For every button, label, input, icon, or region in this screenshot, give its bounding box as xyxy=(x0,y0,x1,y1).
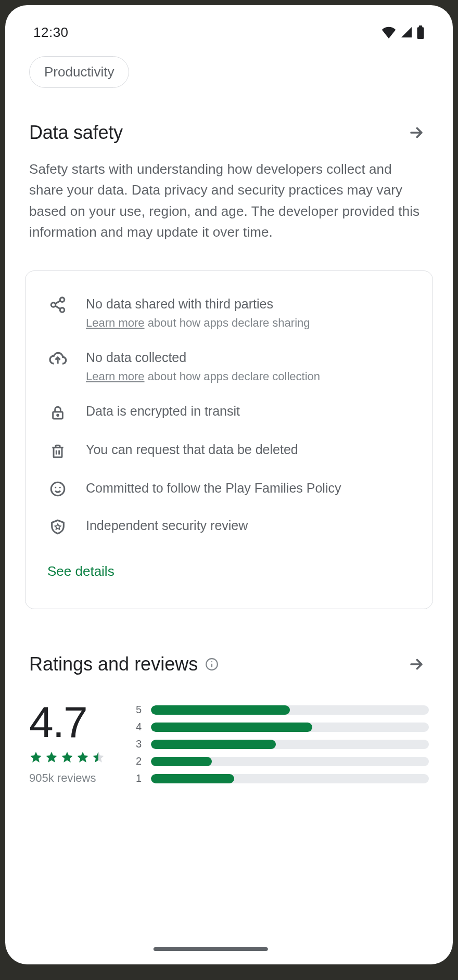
data-safety-row-families: Committed to follow the Play Families Po… xyxy=(47,479,411,498)
lock-icon xyxy=(47,402,68,422)
star-icon xyxy=(60,751,74,764)
device-button xyxy=(454,453,458,489)
bar-fill xyxy=(151,705,290,715)
learn-more-link[interactable]: Learn more xyxy=(86,370,145,383)
rating-bar-4: 4 xyxy=(133,721,429,733)
data-safety-row-text: You can request that data be deleted xyxy=(86,441,298,460)
data-safety-row-text: Independent security review xyxy=(86,517,248,536)
data-safety-row-subtext: Learn more about how apps declare collec… xyxy=(86,370,320,383)
star-icon xyxy=(45,751,58,764)
data-safety-title: Data safety xyxy=(29,122,123,144)
svg-point-9 xyxy=(51,482,65,496)
shield-star-icon xyxy=(47,517,68,536)
svg-point-11 xyxy=(59,487,61,488)
star-icon xyxy=(29,751,43,764)
bar-fill xyxy=(151,757,212,766)
star-half-icon xyxy=(92,751,105,764)
cell-signal-icon xyxy=(400,26,413,38)
data-safety-description: Safety starts with understanding how dev… xyxy=(24,145,434,242)
ratings-body: 4.7 905k reviews 5 4 xyxy=(29,702,429,785)
svg-point-8 xyxy=(57,415,59,416)
rating-bars: 5 4 3 2 1 xyxy=(133,702,429,784)
battery-icon xyxy=(416,25,425,39)
data-safety-header[interactable]: Data safety xyxy=(24,120,434,145)
rating-bar-2: 2 xyxy=(133,755,429,767)
rating-bar-5: 5 xyxy=(133,704,429,716)
arrow-right-icon[interactable] xyxy=(404,652,429,677)
svg-line-6 xyxy=(55,306,60,309)
data-safety-row-text: No data shared with third parties xyxy=(86,295,310,313)
data-safety-row-text: Data is encrypted in transit xyxy=(86,402,240,422)
data-safety-row-subtext: Learn more about how apps declare sharin… xyxy=(86,316,310,330)
svg-point-3 xyxy=(51,303,56,307)
svg-point-4 xyxy=(60,308,65,313)
ratings-title: Ratings and reviews xyxy=(29,653,198,675)
data-safety-row-security-review: Independent security review xyxy=(47,517,411,536)
svg-point-14 xyxy=(211,661,212,662)
svg-point-2 xyxy=(60,298,65,302)
info-icon[interactable] xyxy=(205,657,219,671)
chip-row: Productivity xyxy=(24,56,434,88)
device-button xyxy=(454,510,458,577)
see-details-button[interactable]: See details xyxy=(47,563,411,579)
bar-fill xyxy=(151,740,276,749)
svg-rect-1 xyxy=(419,25,423,28)
scroll-indicator xyxy=(154,947,268,951)
data-safety-card: No data shared with third parties Learn … xyxy=(25,270,433,609)
face-child-icon xyxy=(47,479,68,498)
wifi-icon xyxy=(381,26,397,38)
data-safety-row-text: Committed to follow the Play Families Po… xyxy=(86,479,341,498)
data-safety-row-sharing: No data shared with third parties Learn … xyxy=(47,295,411,330)
svg-line-5 xyxy=(55,301,60,304)
cloud-upload-icon xyxy=(47,349,68,383)
rating-bar-1: 1 xyxy=(133,772,429,784)
status-bar: 12:30 xyxy=(24,20,434,45)
star-icon xyxy=(76,751,90,764)
data-safety-row-deletion: You can request that data be deleted xyxy=(47,441,411,460)
arrow-right-icon[interactable] xyxy=(404,120,429,145)
data-safety-row-encryption: Data is encrypted in transit xyxy=(47,402,411,422)
category-chip-productivity[interactable]: Productivity xyxy=(29,56,129,88)
rating-stars xyxy=(29,751,105,764)
share-icon xyxy=(47,295,68,330)
data-safety-row-collection: No data collected Learn more about how a… xyxy=(47,349,411,383)
bar-fill xyxy=(151,774,234,783)
status-time: 12:30 xyxy=(33,24,69,41)
rating-score: 4.7 xyxy=(29,702,105,743)
bar-fill xyxy=(151,723,312,732)
data-safety-row-text: No data collected xyxy=(86,349,320,367)
svg-point-10 xyxy=(55,487,56,488)
ratings-header[interactable]: Ratings and reviews xyxy=(29,652,429,677)
review-count: 905k reviews xyxy=(29,771,105,785)
rating-bar-3: 3 xyxy=(133,738,429,750)
learn-more-link[interactable]: Learn more xyxy=(86,316,145,329)
status-icons xyxy=(381,25,425,39)
trash-icon xyxy=(47,441,68,460)
svg-rect-0 xyxy=(417,27,424,39)
